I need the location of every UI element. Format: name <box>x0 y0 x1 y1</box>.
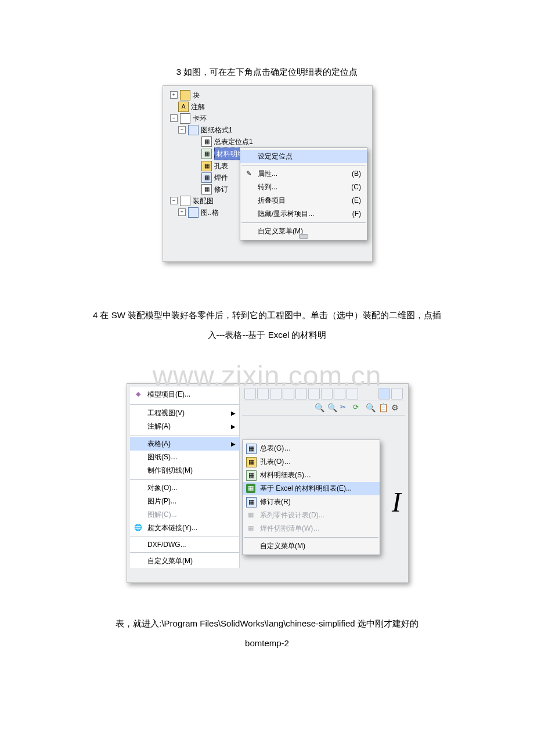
toolbar-icon[interactable] <box>257 388 269 399</box>
menu-separator <box>130 404 239 405</box>
collapse-icon[interactable]: − <box>170 197 178 204</box>
section-icon[interactable]: ✂ <box>340 403 351 413</box>
tree-item[interactable]: A 注解 <box>168 101 297 113</box>
menu-shortcut: (B) <box>352 170 361 178</box>
tree-label: 图纸格式1 <box>201 124 233 136</box>
menu-separator <box>241 222 366 223</box>
toolbar-icon[interactable] <box>334 388 345 399</box>
zoom-in-icon[interactable]: 🔍 <box>315 403 325 413</box>
model-items-icon: ◆ <box>134 390 143 399</box>
toolbar-icon[interactable] <box>308 388 320 399</box>
menu-tables[interactable]: 表格(A) ▶ <box>130 437 239 451</box>
properties-icon: ✎ <box>244 169 253 178</box>
expand-icon[interactable]: + <box>178 208 186 216</box>
tree-item[interactable]: ▦ 总表定位点1 <box>168 136 297 147</box>
menu-model-items[interactable]: ◆ 模型项目(E)... <box>130 388 239 401</box>
submenu-cutlist: ▦ 焊件切割清单(W)… <box>243 522 380 535</box>
context-menu: 设定定位点 ✎ 属性... (B) 转到... (C) 折叠项目 (E) 隐藏 <box>240 147 367 240</box>
tree-item[interactable]: + 块 <box>168 89 297 101</box>
submenu-excel-bom[interactable]: ▦ 基于 Excel 的材料明细表(E)... <box>243 482 380 495</box>
toolbar-top <box>242 387 405 401</box>
insert-menu: ◆ 模型项目(E)... 工程视图(V) ▶ 注解(A) ▶ 表格(A) ▶ <box>130 387 240 568</box>
revision-icon: ▦ <box>201 184 212 195</box>
submenu-hole-table[interactable]: ▦ 孔表(O)… <box>243 455 380 469</box>
menu-drawing-view[interactable]: 工程视图(V) ▶ <box>130 406 239 420</box>
menu-goto[interactable]: 转到... (C) <box>240 181 367 194</box>
toolbar-icon[interactable] <box>283 388 294 399</box>
menu-object[interactable]: 对象(O)... <box>130 481 239 495</box>
clipboard-icon[interactable]: 📋 <box>378 403 389 413</box>
menu-properties[interactable]: ✎ 属性... (B) <box>240 167 367 181</box>
menu-customize[interactable]: 自定义菜单(M) <box>130 555 239 568</box>
toolbar-icon[interactable] <box>270 388 282 399</box>
menu-separator <box>241 165 366 165</box>
hole-icon: ▦ <box>201 161 212 171</box>
menu-label: 超文本链接(Y)... <box>147 523 197 533</box>
submenu-revision[interactable]: ▦ 修订表(R) <box>243 495 380 509</box>
menu-dxf-dwg[interactable]: DXF/DWG... <box>130 539 239 550</box>
expand-icon[interactable]: + <box>170 91 178 99</box>
design-table-icon: ▦ <box>246 510 255 520</box>
format-icon <box>188 125 199 135</box>
menu-label: 折叠项目 <box>258 196 286 206</box>
menu-schematic: 图解(C)... <box>130 508 239 521</box>
menu-collapse[interactable]: 折叠项目 (E) <box>240 194 367 207</box>
refresh-icon[interactable]: ⟳ <box>353 403 363 413</box>
submenu-design-table: ▦ 系列零件设计表(D)... <box>243 509 380 522</box>
zoom-out-icon[interactable]: 🔍 <box>327 403 338 413</box>
assembly-icon <box>180 196 190 206</box>
menu-shortcut: (E) <box>352 196 361 204</box>
ibeam-graphic: I <box>392 486 401 518</box>
menu-label: 属性... <box>258 169 277 179</box>
menu-label: 对象(O)... <box>147 483 177 493</box>
settings-icon[interactable]: ⚙ <box>391 403 402 413</box>
cutlist-icon: ▦ <box>246 524 255 533</box>
zoom-fit-icon[interactable]: 🔍 <box>366 403 376 413</box>
collapse-icon[interactable]: − <box>178 126 186 134</box>
submenu-bom[interactable]: ▦ 材料明细表(S)… <box>243 469 380 482</box>
menu-section-line[interactable]: 制作剖切线(M) <box>130 464 239 477</box>
tree-item[interactable]: − 卡环 <box>168 113 297 124</box>
menu-label: 转到... <box>258 182 277 192</box>
toolbar-icon[interactable] <box>347 388 358 399</box>
menu-separator <box>130 435 239 435</box>
toolbar-icon[interactable] <box>244 388 256 399</box>
tree-label: 注解 <box>191 101 205 113</box>
menu-label: 自定义菜单(M) <box>258 226 303 236</box>
submenu-arrow-icon: ▶ <box>231 423 236 430</box>
menu-set-anchor[interactable]: 设定定位点 <box>240 150 367 163</box>
menu-label: 系列零件设计表(D)... <box>260 510 324 520</box>
screenshot-insert-menu: 🔍 🔍 ✂ ⟳ 🔍 📋 ⚙ ◆ 模型项目(E)... 工程视图(V) <box>127 383 409 583</box>
bom-icon: ▦ <box>201 149 212 159</box>
toolbar-icon[interactable] <box>391 388 403 399</box>
menu-label: 焊件切割清单(W)… <box>260 524 320 534</box>
menu-shortcut: (C) <box>351 183 361 191</box>
menu-label: 基于 Excel 的材料明细表(E)... <box>260 484 352 494</box>
tree-item[interactable]: − 图纸格式1 <box>168 124 297 136</box>
caption-step5-line2: bomtemp-2 <box>46 635 488 652</box>
tree-label: 块 <box>193 89 200 101</box>
menu-grip[interactable] <box>299 234 308 239</box>
menu-picture[interactable]: 图片(P)... <box>130 495 239 508</box>
menu-label: 工程视图(V) <box>147 408 185 418</box>
menu-label: 隐藏/显示树项目... <box>258 209 314 219</box>
menu-sheet[interactable]: 图纸(S)… <box>130 451 239 464</box>
weldment-icon: ▦ <box>201 172 212 183</box>
tree-label: 孔表 <box>214 160 228 172</box>
menu-label: 制作剖切线(M) <box>147 466 193 476</box>
bom-icon: ▦ <box>246 470 257 481</box>
menu-separator <box>130 537 239 537</box>
menu-hide-show[interactable]: 隐藏/显示树项目... (F) <box>240 207 367 221</box>
submenu-customize[interactable]: 自定义菜单(M) <box>243 539 380 553</box>
toolbar-icon[interactable] <box>378 388 390 399</box>
toolbar-icon[interactable] <box>321 388 333 399</box>
menu-label: 材料明细表(S)… <box>260 470 311 480</box>
menu-hyperlink[interactable]: 🌐 超文本链接(Y)... <box>130 521 239 535</box>
toolbar-icon[interactable] <box>295 388 307 399</box>
collapse-icon[interactable]: − <box>170 114 178 122</box>
block-icon <box>180 90 190 100</box>
globe-icon: 🌐 <box>134 523 143 532</box>
menu-annotations[interactable]: 注解(A) ▶ <box>130 420 239 433</box>
submenu-general-table[interactable]: ▦ 总表(G)… <box>243 442 380 455</box>
revision-icon: ▦ <box>246 497 257 507</box>
